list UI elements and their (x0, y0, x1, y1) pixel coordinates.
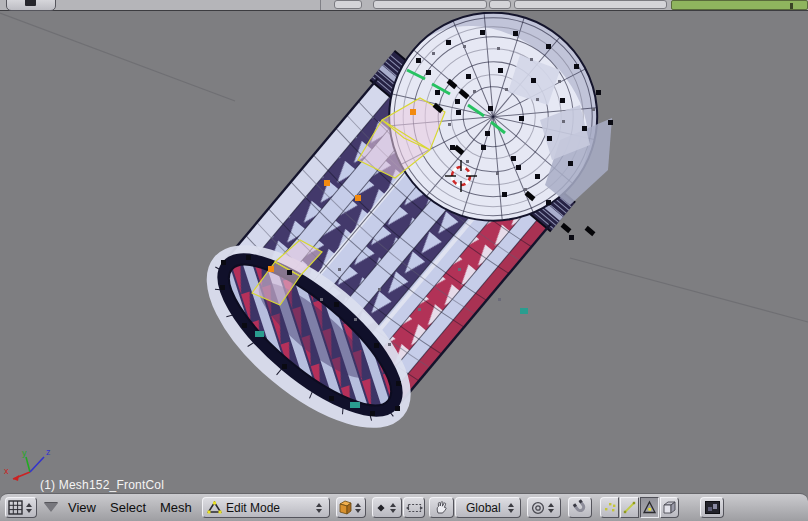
edit-mode-triangle-icon (207, 501, 222, 514)
blender-window: x y z (1) Mesh152_FrontCol View Select M… (0, 0, 808, 521)
axis-x-label: x (4, 466, 9, 476)
menu-mesh[interactable]: Mesh (160, 500, 192, 515)
shading-dropdown[interactable] (336, 497, 366, 518)
scene-canvas: x y z (0, 12, 808, 493)
mesh-object (186, 12, 650, 451)
menu-view[interactable]: View (68, 500, 96, 515)
editor-type-button[interactable] (5, 497, 37, 518)
orientation-label: Global (466, 501, 501, 515)
collapse-menus-icon[interactable] (44, 503, 58, 512)
occlude-geometry-icon (662, 500, 677, 515)
scene-strip[interactable] (671, 0, 808, 10)
axis-y-label: y (22, 448, 27, 458)
face-select-icon (642, 500, 657, 515)
axis-gizmo: x y z (4, 447, 51, 481)
editor-type-grid-icon (8, 500, 23, 515)
menu-select[interactable]: Select (110, 500, 146, 515)
window-type-button[interactable] (6, 0, 56, 11)
proportional-edit-dropdown[interactable] (527, 497, 561, 518)
orientation-stepper (508, 503, 514, 513)
proportional-stepper (548, 503, 554, 513)
object-info-text: (1) Mesh152_FrontCol (40, 478, 164, 492)
header-separator (320, 0, 321, 10)
viewport-header: View Select Mesh Edit Mode (0, 493, 808, 521)
header-small-field[interactable] (334, 0, 362, 9)
manipulator-button[interactable] (429, 497, 454, 518)
move-centers-button[interactable] (403, 497, 425, 518)
scene-strip-glyph (790, 3, 793, 9)
header-field-b[interactable] (514, 0, 667, 9)
viewport-3d[interactable]: x y z (1) Mesh152_FrontCol (0, 12, 808, 493)
mode-dropdown[interactable]: Edit Mode (202, 497, 330, 518)
pivot-dropdown[interactable] (372, 497, 402, 518)
render-preview-icon (705, 501, 720, 514)
edge-select-button[interactable] (620, 497, 639, 518)
axis-z-label: z (46, 447, 51, 457)
vertex-select-button[interactable] (600, 497, 619, 518)
edge-select-icon (622, 500, 637, 515)
solid-shading-icon (338, 500, 352, 515)
mode-stepper (316, 503, 322, 513)
mode-dropdown-label: Edit Mode (226, 501, 280, 515)
header-field-a[interactable] (373, 0, 487, 9)
move-centers-icon (406, 502, 423, 514)
occlude-geometry-button[interactable] (660, 497, 679, 518)
snap-magnet-icon (570, 497, 591, 518)
shading-stepper (355, 503, 361, 513)
top-header-strip (0, 0, 808, 11)
pivot-stepper (390, 503, 396, 513)
render-preview-button[interactable] (700, 497, 724, 518)
manipulator-hand-icon (434, 500, 449, 515)
face-select-button[interactable] (640, 497, 659, 518)
window-type-icon (25, 0, 36, 6)
orientation-dropdown[interactable]: Global (455, 497, 521, 518)
header-stepper-buttons[interactable] (489, 0, 511, 9)
editor-type-stepper (26, 503, 32, 513)
vertex-select-icon (602, 500, 617, 515)
snap-button[interactable] (568, 497, 592, 518)
proportional-edit-icon (531, 501, 545, 515)
pivot-point-icon (375, 502, 387, 514)
